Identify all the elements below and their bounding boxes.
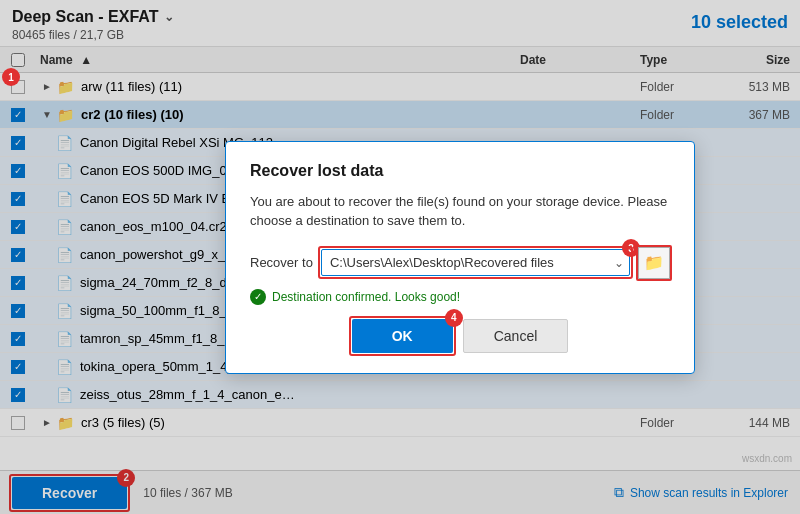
recover-to-input[interactable]: [321, 249, 630, 276]
folder-browse-icon: 📁: [644, 253, 664, 272]
destination-ok-text: Destination confirmed. Looks good!: [272, 290, 460, 304]
dialog-title: Recover lost data: [250, 162, 670, 180]
dialog-overlay: Recover lost data You are about to recov…: [0, 0, 800, 514]
badge-4: 4: [445, 309, 463, 327]
recover-to-input-wrap: ⌄ 3: [321, 249, 630, 276]
cancel-label: Cancel: [494, 328, 538, 344]
dialog-buttons: OK 4 Cancel: [250, 319, 670, 353]
recover-to-label: Recover to: [250, 255, 313, 270]
dialog-body: You are about to recover the file(s) fou…: [250, 192, 670, 231]
ok-check-icon: ✓: [250, 289, 266, 305]
destination-confirmed: ✓ Destination confirmed. Looks good!: [250, 289, 670, 305]
dialog-ok-button[interactable]: OK 4: [352, 319, 453, 353]
recover-dialog: Recover lost data You are about to recov…: [225, 141, 695, 374]
dialog-cancel-button[interactable]: Cancel: [463, 319, 569, 353]
ok-label: OK: [392, 328, 413, 344]
recover-to-row: Recover to ⌄ 3 📁: [250, 247, 670, 279]
folder-browse-button[interactable]: 📁: [638, 247, 670, 279]
